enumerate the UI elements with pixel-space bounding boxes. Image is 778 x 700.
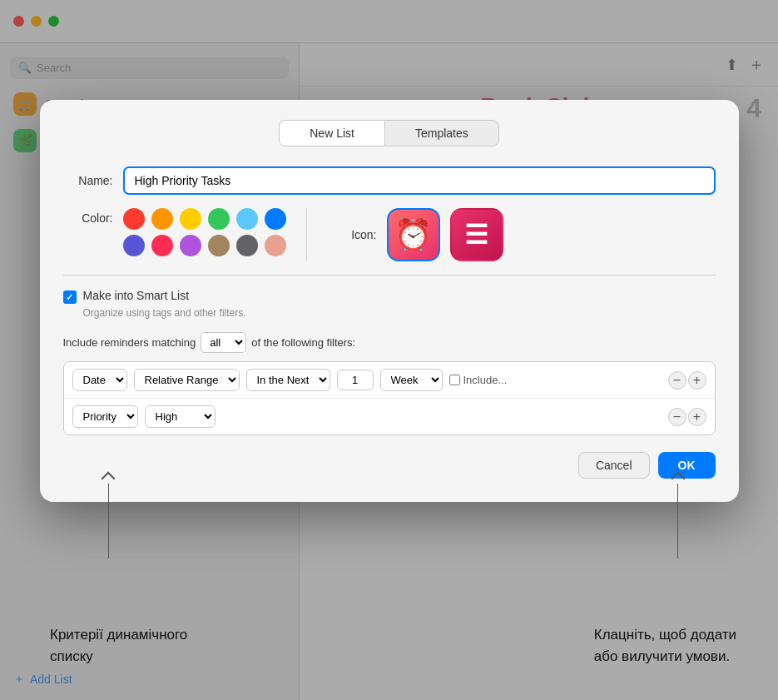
name-label: Name: (63, 174, 113, 187)
color-brown[interactable] (208, 235, 230, 256)
filter-priority-field[interactable]: Priority (72, 405, 138, 428)
filter-intro-1: Include reminders matching (63, 336, 196, 349)
filter-date-remove[interactable]: − (668, 371, 686, 390)
color-lightblue[interactable] (236, 208, 258, 230)
color-yellow[interactable] (180, 208, 201, 230)
filter-date-field[interactable]: Date (72, 369, 127, 391)
color-selector (123, 208, 286, 256)
filter-include-text: Include... (463, 374, 508, 386)
color-violet[interactable] (180, 235, 201, 256)
dialog-footer: Cancel OK (63, 452, 716, 479)
filter-priority-value[interactable]: High Medium Low None (145, 405, 216, 428)
filter-intro-2: of the following filters: (251, 336, 355, 349)
color-row-1 (123, 208, 286, 230)
filter-date-direction[interactable]: In the Next (246, 369, 330, 391)
icon-section: Icon: ⏰ ☰ (327, 208, 503, 261)
icon-label: Icon: (327, 228, 377, 241)
filter-intro: Include reminders matching all any of th… (63, 332, 716, 353)
filter-include-label[interactable]: Include... (449, 374, 508, 386)
filters-container: Date Relative Range In the Next Week Day… (63, 361, 716, 435)
alarm-emoji: ⏰ (394, 217, 432, 252)
icon-choices: ⏰ ☰ (387, 208, 503, 261)
smart-list-row: Make into Smart List (63, 289, 716, 304)
icon-list[interactable]: ☰ (450, 208, 503, 261)
color-green[interactable] (208, 208, 230, 230)
name-row: Name: (63, 166, 716, 195)
filter-date-unit[interactable]: Week Day Month (380, 369, 443, 391)
color-orange[interactable] (151, 208, 173, 230)
filter-date-add[interactable]: + (688, 371, 706, 390)
filter-row-priority: Priority High Medium Low None − + (64, 399, 715, 434)
list-emoji: ☰ (464, 221, 488, 248)
section-divider (63, 275, 716, 276)
filter-include-checkbox[interactable] (449, 375, 460, 385)
color-row-2 (123, 235, 286, 256)
filter-match-select[interactable]: all any (201, 332, 246, 353)
color-label: Color: (63, 211, 113, 225)
filter-priority-remove[interactable]: − (668, 408, 686, 426)
filter-row-date: Date Relative Range In the Next Week Day… (64, 362, 715, 399)
overlay: New List Templates Name: Color: (0, 0, 778, 700)
color-pink[interactable] (151, 235, 173, 256)
color-purple[interactable] (123, 235, 145, 256)
color-salmon[interactable] (265, 235, 286, 256)
filter-priority-add[interactable]: + (688, 408, 706, 426)
filter-priority-actions: − + (668, 408, 706, 426)
icon-alarm[interactable]: ⏰ (387, 208, 440, 261)
filter-date-number[interactable] (337, 370, 374, 390)
smart-list-subtitle: Organize using tags and other filters. (83, 307, 716, 319)
dialog: New List Templates Name: Color: (40, 100, 739, 502)
tab-bar: New List Templates (63, 120, 716, 146)
color-blue[interactable] (265, 208, 286, 230)
cancel-button[interactable]: Cancel (578, 452, 650, 479)
tab-templates[interactable]: Templates (384, 120, 499, 146)
filter-date-type[interactable]: Relative Range (134, 369, 240, 391)
color-icon-divider (306, 208, 307, 261)
color-gray[interactable] (236, 235, 258, 256)
name-input[interactable] (123, 166, 716, 195)
color-red[interactable] (123, 208, 145, 230)
tab-new-list[interactable]: New List (279, 120, 384, 146)
smart-list-label: Make into Smart List (83, 289, 190, 302)
ok-button[interactable]: OK (658, 452, 716, 479)
filter-date-actions: − + (668, 371, 706, 390)
smart-list-checkbox[interactable] (63, 290, 77, 304)
